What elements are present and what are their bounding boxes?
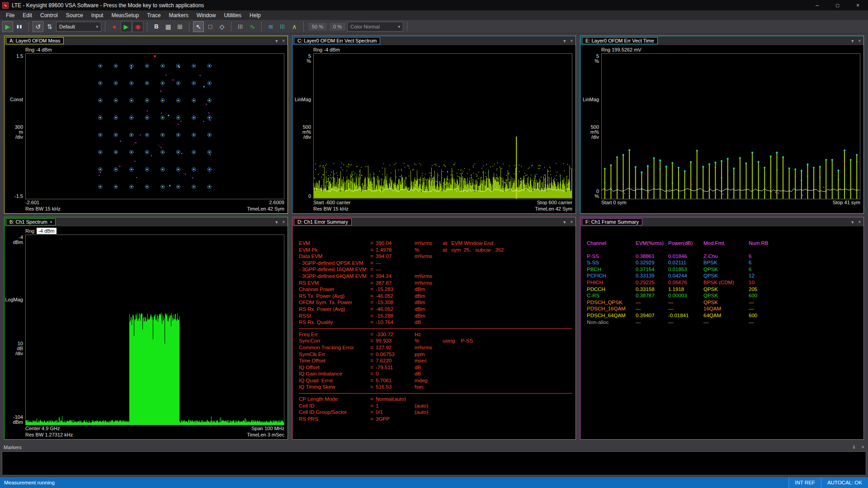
panel-c-title[interactable]: C: Layer0 OFDM Err Vect Spectrum — [294, 37, 380, 44]
panel-a-close-icon[interactable]: × — [282, 38, 285, 43]
menu-input[interactable]: Input — [87, 11, 108, 19]
panel-c-range-readout[interactable]: Rng -4 dBm — [292, 46, 572, 53]
panel-a-info-row: Res BW 15 kHzTimeLen 42 Sym — [5, 206, 284, 212]
markers-close-icon[interactable]: × — [862, 444, 864, 450]
panel-b-range-value[interactable]: -4 dBm — [37, 228, 56, 234]
pointer-button[interactable]: ↖ — [193, 21, 204, 32]
frame-summary-row: PHICH0.292250.05676BPSK (CDM)10 — [587, 279, 860, 286]
error-summary-row: Channel Power=-15.283dBm — [299, 286, 572, 293]
menu-source[interactable]: Source — [62, 11, 87, 19]
panel-b-info-row: Res BW 1.27312 kHzTimeLen 3 mSec — [5, 432, 284, 438]
panel-e-caret-icon[interactable]: ▾ — [851, 38, 854, 43]
pause-button[interactable]: ▮▮ — [14, 21, 25, 32]
stack-layout-button[interactable]: ⊞ — [175, 21, 185, 32]
panel-e-range-readout[interactable]: Rng 199.5262 mV — [580, 46, 860, 53]
panel-f-title[interactable]: F: Ch1 Frame Summary — [582, 218, 642, 225]
bar-display-button[interactable]: ||| — [277, 21, 288, 32]
int-ref-indicator[interactable]: INT REF — [788, 477, 821, 488]
error-summary-row: RS Tx. Power (Avg)=-46.052dBm — [299, 293, 572, 300]
toolbar-separator — [261, 22, 262, 31]
err-vect-time-plot[interactable] — [602, 54, 860, 199]
panel-d-close-icon[interactable]: × — [570, 220, 573, 225]
zoom-select-button[interactable]: □ — [205, 21, 216, 32]
panel-a-title[interactable]: A: Layer0 OFDM Meas — [6, 37, 64, 44]
panel-a-range-readout[interactable]: Rng -4 dBm — [5, 46, 284, 53]
panel-d-header[interactable]: D: Ch1 Error Summary ▾ × — [292, 217, 576, 226]
menu-help[interactable]: Help — [245, 11, 265, 19]
maximize-button[interactable]: □ — [827, 0, 848, 10]
panel-b-close-icon[interactable]: × — [282, 220, 285, 225]
minimize-button[interactable]: – — [807, 0, 827, 10]
play-button[interactable]: ▶ — [2, 21, 13, 32]
peak-hold-button[interactable]: ∧ — [289, 21, 300, 32]
panel-e-title-label: E: Layer0 OFDM Err Vect Time — [585, 38, 654, 43]
panel-a-header[interactable]: A: Layer0 OFDM Meas ▾ × — [5, 36, 288, 45]
menu-markers[interactable]: Markers — [165, 11, 192, 19]
panel-b-title[interactable]: B: Ch1 Spectrum ▾ — [6, 218, 56, 225]
markers-title: Markers — [4, 445, 22, 450]
menu-utilities[interactable]: Utilities — [220, 11, 245, 19]
error-summary-row: IQ Gain Imbalance=0dB — [299, 371, 572, 377]
panel-b-header[interactable]: B: Ch1 Spectrum ▾ ▾ × — [5, 217, 288, 226]
close-button[interactable]: × — [848, 0, 868, 10]
preset-dropdown[interactable]: Default▾ — [56, 22, 101, 32]
color-mode-dropdown-caret-icon: ▾ — [398, 24, 401, 29]
panel-b-range-readout[interactable]: Rng -4 dBm — [5, 227, 284, 235]
menu-trace[interactable]: Trace — [143, 11, 165, 19]
panel-f-close-icon[interactable]: × — [858, 220, 861, 225]
panel-b: B: Ch1 Spectrum ▾ ▾ × Rng -4 dBm -4 dBm … — [4, 217, 288, 440]
panel-d-title[interactable]: D: Ch1 Error Summary — [294, 218, 352, 225]
markers-pin-icon[interactable]: ⇓ — [852, 444, 856, 450]
color-mode-dropdown[interactable]: Color Normal▾ — [347, 22, 403, 32]
record-setup-button[interactable]: ◉ — [132, 21, 143, 32]
error-summary-row: IQ Offset=-79.511dB — [299, 364, 572, 371]
panel-e-close-icon[interactable]: × — [858, 38, 861, 43]
marker-diamond-button[interactable]: ◇ — [217, 21, 227, 32]
main-area: A: Layer0 OFDM Meas ▾ × Rng -4 dBm 1.5 C… — [0, 33, 868, 443]
record-button[interactable]: ● — [109, 21, 120, 32]
menu-edit[interactable]: Edit — [19, 11, 36, 19]
overlap-percent: 50 % — [308, 22, 327, 31]
grid-layout-button[interactable]: ▦ — [163, 21, 174, 32]
panel-f-caret-icon[interactable]: ▾ — [851, 220, 854, 225]
panel-a-caret-icon[interactable]: ▾ — [275, 38, 278, 43]
toolbar-separator — [147, 22, 147, 31]
err-vect-spectrum-plot[interactable] — [314, 54, 572, 199]
spectrogram-button[interactable]: ≋ — [265, 21, 276, 32]
panel-c-caret-icon[interactable]: ▾ — [563, 38, 566, 43]
menu-file[interactable]: File — [2, 11, 19, 19]
error-summary-row: - 3GPP-defined 64QAM EVM=394.24m%rms — [299, 273, 572, 280]
autoscale-button[interactable]: ⇅ — [44, 21, 55, 32]
frame-summary-row: P-SS0.388610.01846Z-Chu6 — [587, 253, 860, 260]
panel-e-header[interactable]: E: Layer0 OFDM Err Vect Time ▾ × — [580, 36, 863, 45]
format-b-button[interactable]: B — [151, 21, 162, 32]
playback-button[interactable]: ▶ — [121, 21, 132, 32]
menu-control[interactable]: Control — [36, 11, 62, 19]
constellation-plot[interactable] — [26, 54, 284, 199]
error-summary-row: IQ Quad. Error=5.7061mdeg — [299, 377, 572, 384]
markers-content[interactable] — [2, 451, 866, 475]
peak-marker-button[interactable]: ∿ — [247, 21, 258, 32]
panel-b-dropdown-icon[interactable]: ▾ — [50, 220, 52, 224]
frame-summary-row: Non-alloc———— — [587, 319, 860, 326]
error-summary-row: SymClk Err=0.06753ppm — [299, 351, 572, 358]
restart-button[interactable]: ↺ — [33, 21, 43, 32]
panel-d-caret-icon[interactable]: ▾ — [563, 220, 566, 225]
error-summary-table: EVM=390.04m%rmsat EVM Window EndEVM Pk=1… — [292, 226, 576, 439]
panel-c-y-axis: 5 % LinMag 500 m% /div 0 — [292, 53, 313, 199]
panel-e-info-row — [580, 206, 860, 212]
autocal-indicator[interactable]: AUTOCAL: OK — [821, 477, 868, 488]
panel-e-title[interactable]: E: Layer0 OFDM Err Vect Time — [582, 37, 658, 44]
toolbar-separator — [303, 22, 304, 31]
panel-b-caret-icon[interactable]: ▾ — [275, 220, 278, 225]
frame-summary-row: PDCCH0.331581.1918QPSK205 — [587, 286, 860, 293]
panel-f: F: Ch1 Frame Summary ▾ × ChannelEVM(%rms… — [580, 217, 864, 440]
cursor-lines-button[interactable]: ||| — [235, 21, 246, 32]
menu-meassetup[interactable]: MeasSetup — [107, 11, 143, 19]
panel-c-header[interactable]: C: Layer0 OFDM Err Vect Spectrum ▾ × — [292, 36, 576, 45]
panel-f-header[interactable]: F: Ch1 Frame Summary ▾ × — [580, 217, 863, 226]
error-summary-row: Common Tracking Error=127.92m%rms — [299, 344, 572, 351]
menu-window[interactable]: Window — [193, 11, 220, 19]
spectrum-plot[interactable] — [26, 235, 284, 425]
panel-c-close-icon[interactable]: × — [570, 38, 573, 43]
